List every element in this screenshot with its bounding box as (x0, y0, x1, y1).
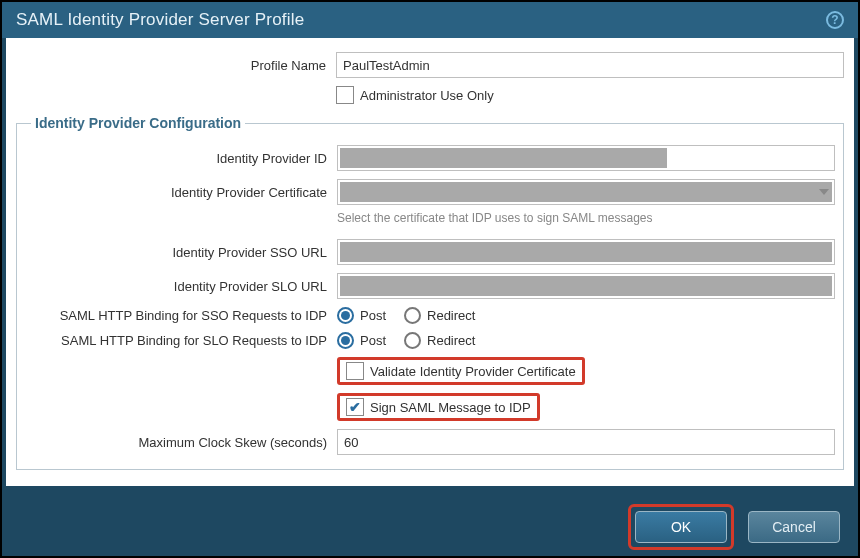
sign-msg-checkbox[interactable]: Sign SAML Message to IDP (346, 398, 531, 416)
dialog-body: Profile Name Administrator Use Only Iden… (6, 38, 854, 486)
idp-sso-url-label: Identity Provider SSO URL (25, 245, 337, 260)
radio-icon (404, 307, 421, 324)
profile-name-input[interactable] (336, 52, 844, 78)
idp-id-input[interactable] (337, 145, 835, 171)
ok-button[interactable]: OK (635, 511, 727, 543)
sso-binding-post-radio[interactable]: Post (337, 307, 386, 324)
radio-icon (404, 332, 421, 349)
dialog-title: SAML Identity Provider Server Profile (16, 10, 304, 30)
cancel-button[interactable]: Cancel (748, 511, 840, 543)
clock-skew-input[interactable] (337, 429, 835, 455)
checkbox-icon (346, 362, 364, 380)
slo-binding-label: SAML HTTP Binding for SLO Requests to ID… (25, 333, 337, 348)
checkbox-checked-icon (346, 398, 364, 416)
sso-binding-label: SAML HTTP Binding for SSO Requests to ID… (25, 308, 337, 323)
radio-icon (337, 332, 354, 349)
idp-config-fieldset: Identity Provider Configuration Identity… (16, 115, 844, 470)
admin-only-checkbox-wrap[interactable]: Administrator Use Only (336, 86, 494, 104)
validate-cert-checkbox[interactable]: Validate Identity Provider Certificate (346, 362, 576, 380)
dialog-footer: OK Cancel (2, 498, 858, 556)
idp-cert-label: Identity Provider Certificate (25, 185, 337, 200)
sign-msg-label: Sign SAML Message to IDP (370, 400, 531, 415)
sso-binding-redirect-radio[interactable]: Redirect (404, 307, 475, 324)
sign-msg-highlight: Sign SAML Message to IDP (337, 393, 540, 421)
profile-name-label: Profile Name (16, 58, 336, 73)
idp-config-legend: Identity Provider Configuration (31, 115, 245, 131)
ok-button-highlight: OK (628, 504, 734, 550)
idp-cert-hint: Select the certificate that IDP uses to … (337, 211, 835, 225)
help-icon[interactable]: ? (826, 11, 844, 29)
slo-binding-redirect-radio[interactable]: Redirect (404, 332, 475, 349)
validate-cert-label: Validate Identity Provider Certificate (370, 364, 576, 379)
validate-cert-highlight: Validate Identity Provider Certificate (337, 357, 585, 385)
idp-slo-url-input[interactable] (337, 273, 835, 299)
idp-sso-url-input[interactable] (337, 239, 835, 265)
checkbox-icon (336, 86, 354, 104)
dialog-titlebar: SAML Identity Provider Server Profile ? (2, 2, 858, 38)
radio-icon (337, 307, 354, 324)
idp-slo-url-label: Identity Provider SLO URL (25, 279, 337, 294)
idp-id-label: Identity Provider ID (25, 151, 337, 166)
clock-skew-label: Maximum Clock Skew (seconds) (25, 435, 337, 450)
admin-only-label: Administrator Use Only (360, 88, 494, 103)
idp-cert-dropdown[interactable] (337, 179, 835, 205)
slo-binding-post-radio[interactable]: Post (337, 332, 386, 349)
